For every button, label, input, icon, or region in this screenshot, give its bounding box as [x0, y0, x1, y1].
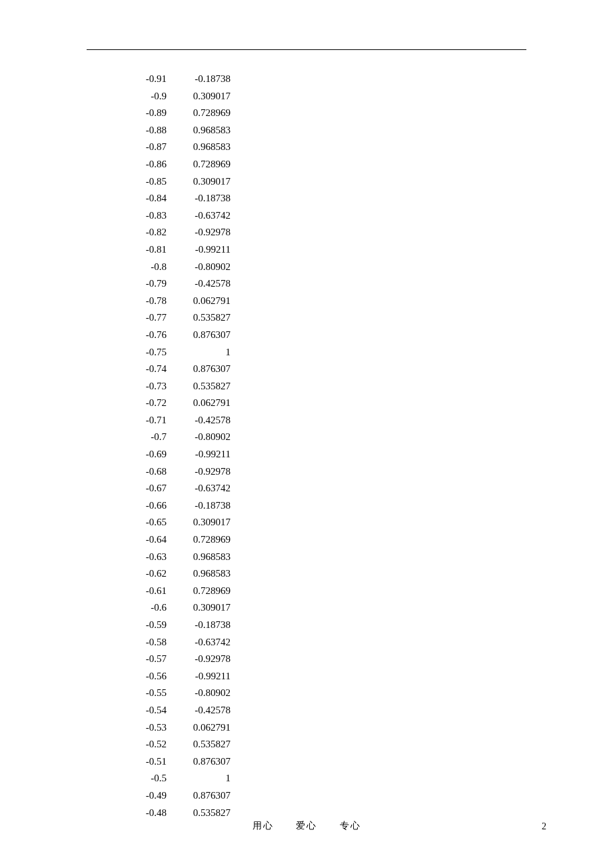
table-row: -0.510.876307	[120, 753, 231, 771]
cell-y: 0.728969	[183, 531, 231, 549]
document-page: -0.91-0.18738-0.90.309017-0.890.728969-0…	[0, 0, 613, 868]
table-row: -0.56-0.99211	[120, 668, 231, 685]
cell-y: -0.80902	[183, 685, 231, 702]
table-row: -0.880.968583	[120, 122, 231, 139]
cell-x: -0.88	[120, 122, 167, 139]
cell-y: -0.80902	[183, 429, 231, 446]
cell-x: -0.74	[120, 361, 167, 378]
cell-x: -0.53	[120, 719, 167, 737]
table-row: -0.66-0.18738	[120, 497, 231, 515]
cell-y: 0.062791	[183, 293, 231, 310]
cell-y: 1	[183, 770, 231, 787]
cell-y: 0.535827	[183, 309, 231, 327]
cell-y: 0.535827	[183, 736, 231, 753]
table-row: -0.751	[120, 344, 231, 361]
cell-x: -0.62	[120, 565, 167, 583]
table-row: -0.520.535827	[120, 736, 231, 753]
cell-x: -0.48	[120, 805, 167, 822]
cell-y: -0.18738	[183, 497, 231, 515]
cell-x: -0.71	[120, 412, 167, 429]
cell-x: -0.82	[120, 224, 167, 241]
cell-y: -0.42578	[183, 412, 231, 429]
table-row: -0.51	[120, 770, 231, 787]
table-row: -0.620.968583	[120, 565, 231, 583]
cell-x: -0.79	[120, 275, 167, 293]
footer-word-1: 用心	[253, 821, 274, 831]
cell-y: 0.309017	[183, 173, 231, 191]
table-row: -0.60.309017	[120, 599, 231, 617]
footer-motto: 用心 爱心 专心	[0, 820, 613, 832]
cell-x: -0.61	[120, 583, 167, 600]
table-row: -0.90.309017	[120, 88, 231, 105]
cell-y: -0.92978	[183, 651, 231, 668]
table-row: -0.760.876307	[120, 327, 231, 344]
cell-y: 0.309017	[183, 599, 231, 617]
cell-y: -0.92978	[183, 224, 231, 241]
cell-y: -0.63742	[183, 207, 231, 225]
cell-y: -0.63742	[183, 480, 231, 497]
table-row: -0.740.876307	[120, 361, 231, 378]
cell-y: -0.80902	[183, 259, 231, 276]
cell-x: -0.76	[120, 327, 167, 344]
cell-x: -0.86	[120, 156, 167, 173]
cell-y: -0.92978	[183, 463, 231, 481]
cell-y: 0.728969	[183, 156, 231, 173]
table-row: -0.630.968583	[120, 549, 231, 566]
cell-y: 0.968583	[183, 122, 231, 139]
cell-x: -0.49	[120, 787, 167, 805]
table-row: -0.57-0.92978	[120, 651, 231, 668]
table-row: -0.640.728969	[120, 531, 231, 549]
cell-y: 0.062791	[183, 719, 231, 737]
footer-word-3: 专心	[340, 821, 361, 831]
table-row: -0.59-0.18738	[120, 617, 231, 634]
footer-word-2: 爱心	[296, 821, 317, 831]
table-row: -0.890.728969	[120, 105, 231, 122]
cell-x: -0.85	[120, 173, 167, 191]
cell-x: -0.72	[120, 395, 167, 412]
table-row: -0.860.728969	[120, 156, 231, 173]
table-row: -0.69-0.99211	[120, 446, 231, 463]
cell-y: -0.18738	[183, 617, 231, 634]
table-row: -0.780.062791	[120, 293, 231, 310]
cell-y: 0.876307	[183, 327, 231, 344]
cell-y: 0.309017	[183, 88, 231, 105]
table-row: -0.91-0.18738	[120, 71, 231, 88]
cell-x: -0.58	[120, 634, 167, 651]
header-rule	[87, 49, 526, 50]
table-row: -0.650.309017	[120, 514, 231, 531]
cell-y: -0.42578	[183, 275, 231, 293]
cell-x: -0.7	[120, 429, 167, 446]
table-row: -0.84-0.18738	[120, 190, 231, 207]
table-row: -0.55-0.80902	[120, 685, 231, 702]
cell-x: -0.52	[120, 736, 167, 753]
cell-x: -0.56	[120, 668, 167, 685]
cell-x: -0.87	[120, 139, 167, 156]
cell-x: -0.51	[120, 753, 167, 771]
table-row: -0.850.309017	[120, 173, 231, 191]
cell-y: -0.42578	[183, 702, 231, 719]
cell-y: 0.309017	[183, 514, 231, 531]
cell-y: 0.968583	[183, 139, 231, 156]
cell-x: -0.54	[120, 702, 167, 719]
table-row: -0.68-0.92978	[120, 463, 231, 481]
table-row: -0.530.062791	[120, 719, 231, 737]
table-row: -0.58-0.63742	[120, 634, 231, 651]
cell-x: -0.59	[120, 617, 167, 634]
cell-x: -0.77	[120, 309, 167, 327]
cell-x: -0.57	[120, 651, 167, 668]
cell-y: 0.876307	[183, 361, 231, 378]
cell-x: -0.67	[120, 480, 167, 497]
table-row: -0.54-0.42578	[120, 702, 231, 719]
cell-x: -0.66	[120, 497, 167, 515]
table-row: -0.71-0.42578	[120, 412, 231, 429]
cell-y: 0.876307	[183, 787, 231, 805]
table-row: -0.79-0.42578	[120, 275, 231, 293]
table-row: -0.82-0.92978	[120, 224, 231, 241]
cell-x: -0.73	[120, 378, 167, 395]
cell-y: -0.63742	[183, 634, 231, 651]
cell-x: -0.64	[120, 531, 167, 549]
cell-x: -0.63	[120, 549, 167, 566]
cell-x: -0.78	[120, 293, 167, 310]
cell-x: -0.8	[120, 259, 167, 276]
cell-y: -0.99211	[183, 668, 231, 685]
